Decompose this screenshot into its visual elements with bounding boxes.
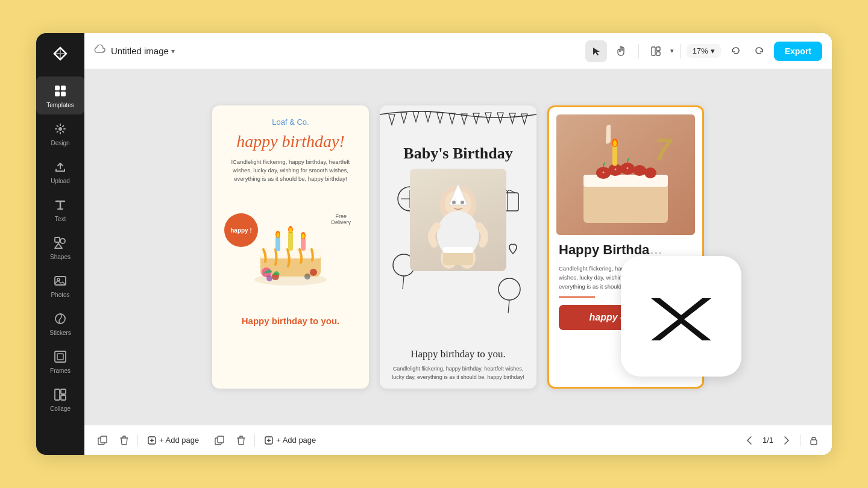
design-icon xyxy=(52,120,69,137)
svg-rect-18 xyxy=(656,52,660,55)
svg-line-56 xyxy=(508,300,509,313)
sidebar: Templates Design Upload xyxy=(36,33,84,455)
page1-delete-button[interactable] xyxy=(116,432,133,449)
add-page-1-button[interactable]: + Add page xyxy=(143,433,204,447)
svg-point-61 xyxy=(452,201,456,204)
sidebar-item-frames-label: Frames xyxy=(50,368,71,374)
sidebar-item-upload-label: Upload xyxy=(51,178,70,184)
svg-point-5 xyxy=(58,127,62,131)
svg-point-33 xyxy=(266,275,272,281)
templates-icon xyxy=(52,83,69,99)
sidebar-item-photos[interactable]: Photos xyxy=(36,266,84,304)
svg-rect-70 xyxy=(583,175,668,187)
svg-rect-17 xyxy=(656,47,660,51)
svg-marker-37 xyxy=(401,113,407,123)
svg-rect-89 xyxy=(218,436,224,443)
svg-point-75 xyxy=(644,167,656,178)
frames-icon xyxy=(52,348,69,365)
sidebar-item-stickers-label: Stickers xyxy=(49,330,71,336)
sidebar-item-frames[interactable]: Frames xyxy=(36,342,84,380)
layout-tool-chevron: ▾ xyxy=(670,47,674,55)
card1-footer: Happy birthday to you. xyxy=(242,316,340,326)
card2-subtitle: Happy birthday to you. xyxy=(401,348,515,360)
sidebar-item-collage[interactable]: Collage xyxy=(36,380,84,418)
canvas-inner: Loaf & Co. happy birthday! lCandlelight … xyxy=(194,87,722,407)
select-tool-button[interactable] xyxy=(585,40,607,62)
svg-rect-24 xyxy=(301,237,306,251)
svg-rect-23 xyxy=(288,231,293,251)
topbar-center: ▾ 17% ▾ xyxy=(585,40,721,62)
svg-point-6 xyxy=(60,239,65,243)
add-page-2-label: + Add page xyxy=(276,436,316,445)
upload-icon xyxy=(52,158,69,175)
page2-delete-button[interactable] xyxy=(233,432,250,449)
svg-marker-46 xyxy=(509,113,515,124)
svg-marker-39 xyxy=(425,111,431,122)
next-page-button[interactable] xyxy=(778,432,795,449)
svg-rect-93 xyxy=(811,440,817,445)
svg-point-82 xyxy=(613,140,617,146)
svg-rect-2 xyxy=(61,86,66,90)
svg-rect-84 xyxy=(101,436,107,443)
svg-point-74 xyxy=(633,165,646,176)
page2-duplicate-button[interactable] xyxy=(211,432,228,449)
template-card-2[interactable]: Baby's Birthday xyxy=(380,105,536,389)
topbar-divider-2 xyxy=(680,44,681,58)
page-info: 1/1 xyxy=(763,436,773,445)
svg-point-35 xyxy=(304,274,310,280)
sidebar-item-design[interactable]: Design xyxy=(36,114,84,152)
stickers-icon xyxy=(52,310,69,327)
card2-footer: Candlelight flickering, happy birthday, … xyxy=(380,365,536,381)
bottom-divider-1 xyxy=(137,434,138,446)
capcut-logo xyxy=(645,289,717,343)
svg-marker-38 xyxy=(413,111,419,122)
sidebar-item-text[interactable]: Text xyxy=(36,190,84,228)
sidebar-item-templates[interactable]: Templates xyxy=(36,77,84,114)
zoom-value: 17% xyxy=(693,46,708,55)
redo-button[interactable] xyxy=(750,42,769,61)
svg-rect-1 xyxy=(55,86,60,90)
layout-tool-button[interactable] xyxy=(645,40,667,62)
svg-rect-3 xyxy=(55,92,60,96)
card3-divider xyxy=(559,296,595,298)
prev-page-button[interactable] xyxy=(741,432,758,449)
svg-point-34 xyxy=(310,269,317,276)
zoom-control[interactable]: 17% ▾ xyxy=(687,44,721,58)
shapes-icon xyxy=(52,234,69,251)
svg-marker-36 xyxy=(389,114,395,125)
zoom-chevron: ▾ xyxy=(711,46,715,55)
card1-title: happy birthday! xyxy=(236,131,345,152)
add-page-2-button[interactable]: + Add page xyxy=(260,433,321,447)
topbar-divider-1 xyxy=(638,44,639,58)
canvas-area[interactable]: Loaf & Co. happy birthday! lCandlelight … xyxy=(84,69,832,425)
svg-rect-15 xyxy=(61,395,66,400)
topbar-left: Untitled image ▾ xyxy=(94,45,580,57)
main-area: Untitled image ▾ xyxy=(84,33,832,455)
sidebar-item-shapes-label: Shapes xyxy=(50,254,71,260)
page2-controls: + Add page xyxy=(211,432,321,449)
card1-brand: Loaf & Co. xyxy=(272,117,309,127)
title-area[interactable]: Untitled image ▾ xyxy=(111,46,175,56)
card2-title: Baby's Birthday xyxy=(394,145,522,163)
sidebar-item-shapes[interactable]: Shapes xyxy=(36,228,84,266)
sidebar-item-upload[interactable]: Upload xyxy=(36,152,84,190)
bottom-bar: + Add page xyxy=(84,425,832,455)
bottom-divider-3 xyxy=(800,434,800,446)
page1-duplicate-button[interactable] xyxy=(94,432,111,449)
export-button[interactable]: Export xyxy=(774,42,822,61)
undo-button[interactable] xyxy=(726,42,745,61)
svg-rect-14 xyxy=(61,389,66,394)
cloud-icon xyxy=(94,45,106,57)
sidebar-item-collage-label: Collage xyxy=(50,405,71,412)
template-card-1[interactable]: Loaf & Co. happy birthday! lCandlelight … xyxy=(212,105,369,389)
photos-icon xyxy=(52,272,69,289)
bottom-divider-2 xyxy=(254,434,255,446)
app-window: Templates Design Upload xyxy=(36,33,832,455)
sidebar-item-stickers[interactable]: Stickers xyxy=(36,304,84,342)
lock-button[interactable] xyxy=(805,432,822,449)
svg-point-78 xyxy=(627,167,629,169)
svg-rect-80 xyxy=(612,145,617,166)
svg-point-30 xyxy=(302,234,305,239)
hand-tool-button[interactable] xyxy=(611,40,632,62)
app-logo[interactable] xyxy=(47,40,74,67)
